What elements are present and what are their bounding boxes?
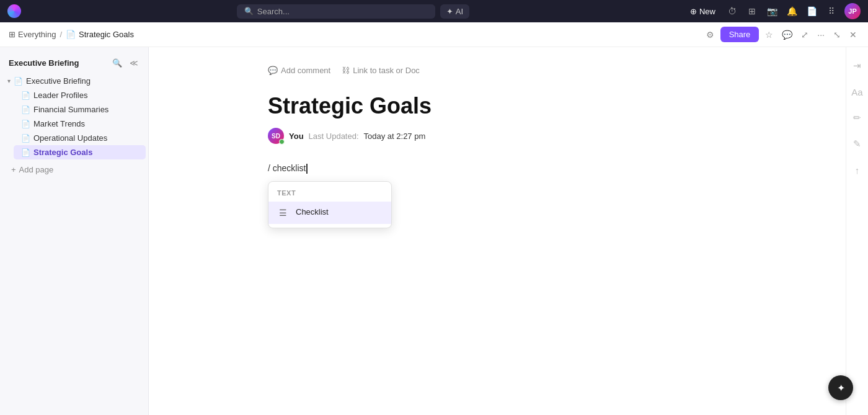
- close-icon-btn[interactable]: ✕: [847, 27, 859, 42]
- doc-icon: 📄: [14, 77, 23, 86]
- sidebar-title: Executive Briefing: [9, 58, 79, 68]
- docs-icon[interactable]: 📄: [805, 4, 818, 18]
- new-plus-icon: ⊕: [690, 7, 697, 16]
- breadcrumb-home-label: Everything: [18, 30, 56, 39]
- grid-small-icon: ⊞: [9, 30, 16, 39]
- sidebar-item-label: Strategic Goals: [33, 148, 92, 157]
- share-upload-btn[interactable]: ↑: [849, 161, 866, 179]
- author-name: You: [289, 132, 304, 141]
- online-badge: [279, 139, 285, 145]
- chat-icon-btn[interactable]: 💬: [779, 27, 795, 42]
- fab-button[interactable]: ✦: [828, 375, 853, 400]
- sidebar-tree-children: 📄 Leader Profiles 📄 Financial Summaries …: [0, 88, 148, 159]
- doc-icon: 📄: [21, 148, 30, 157]
- dropdown-section-label: TEXT: [268, 185, 391, 202]
- breadcrumb-home[interactable]: ⊞ Everything: [9, 30, 56, 39]
- sidebar-item-financial-summaries[interactable]: 📄 Financial Summaries: [14, 102, 146, 117]
- app-logo[interactable]: [7, 4, 21, 18]
- alarm-icon[interactable]: 🔔: [785, 4, 799, 18]
- sidebar-search-btn[interactable]: 🔍: [110, 57, 125, 69]
- text-format-btn[interactable]: Aa: [849, 83, 866, 100]
- breadcrumb-separator: /: [60, 30, 62, 39]
- sidebar-item-strategic-goals[interactable]: 📄 Strategic Goals: [14, 145, 146, 159]
- link-action[interactable]: ⛓ Link to task or Doc: [342, 66, 420, 75]
- doc-icon: 📄: [66, 30, 76, 39]
- doc-icon: 📄: [21, 105, 30, 114]
- sidebar-item-label: Operational Updates: [33, 133, 107, 143]
- search-bar[interactable]: 🔍 Search...: [237, 4, 435, 19]
- last-updated-label: Last Updated:: [309, 132, 359, 141]
- more-icon-btn[interactable]: ···: [815, 27, 827, 42]
- sidebar-item-label: Executive Briefing: [26, 76, 91, 86]
- plus-icon: +: [11, 165, 16, 174]
- clock-icon[interactable]: ⏱: [725, 4, 739, 18]
- add-page-button[interactable]: + Add page: [2, 162, 146, 177]
- content-inner: 💬 Add comment ⛓ Link to task or Doc Stra…: [231, 47, 764, 200]
- camera-icon[interactable]: 📷: [765, 4, 779, 18]
- new-button[interactable]: ⊕ New: [685, 4, 720, 19]
- editor-content[interactable]: / checklist TEXT ☰ Checklist: [268, 161, 727, 175]
- user-avatar[interactable]: JP: [844, 3, 861, 19]
- document-title: Strategic Goals: [268, 92, 727, 119]
- settings-icon-btn[interactable]: ⚙: [704, 27, 717, 42]
- share-button[interactable]: Share: [720, 27, 760, 42]
- edit-btn[interactable]: ✏: [849, 109, 866, 127]
- sidebar-item-label: Leader Profiles: [33, 91, 87, 100]
- topbar-icons: ⏱ ⊞ 📷 🔔 📄 ⠿ JP: [725, 3, 861, 19]
- slash-dropdown: TEXT ☰ Checklist: [268, 181, 392, 228]
- sidebar-item-label: Market Trends: [33, 119, 85, 128]
- new-label: New: [699, 7, 715, 16]
- ai-button[interactable]: ✦ AI: [440, 4, 469, 19]
- grid-icon[interactable]: ⊞: [745, 4, 759, 18]
- doc-icon: 📄: [21, 91, 30, 100]
- add-page-label: Add page: [19, 165, 54, 174]
- ai-sparkle-icon: ✦: [446, 7, 453, 16]
- edit2-btn[interactable]: ✎: [849, 135, 866, 153]
- fab-icon: ✦: [837, 382, 845, 394]
- search-placeholder: Search...: [257, 7, 290, 16]
- sidebar-tree: ▾ 📄 Executive Briefing 📄 Leader Profiles…: [0, 73, 148, 161]
- doc-icon: 📄: [21, 134, 30, 143]
- collapse-right-btn[interactable]: ⇥: [849, 57, 866, 74]
- breadcrumb-current-label: Strategic Goals: [79, 30, 134, 39]
- breadcrumb-actions: ⚙ Share ☆ 💬 ⤢ ··· ⤡ ✕: [704, 27, 859, 42]
- cursor: [306, 164, 308, 174]
- add-comment-label: Add comment: [281, 66, 330, 75]
- link-icon: ⛓: [342, 66, 350, 75]
- sidebar-item-leader-profiles[interactable]: 📄 Leader Profiles: [14, 88, 146, 102]
- breadcrumb-current[interactable]: 📄 Strategic Goals: [66, 30, 134, 39]
- link-label: Link to task or Doc: [353, 66, 420, 75]
- ai-label: AI: [456, 7, 463, 16]
- sidebar-item-executive-briefing-parent[interactable]: ▾ 📄 Executive Briefing: [2, 74, 146, 88]
- sidebar-item-label: Financial Summaries: [33, 105, 108, 114]
- sidebar-collapse-btn[interactable]: ≪: [127, 57, 141, 69]
- sidebar-item-operational-updates[interactable]: 📄 Operational Updates: [14, 131, 146, 145]
- last-updated-time: Today at 2:27 pm: [364, 132, 426, 141]
- sidebar: Executive Briefing 🔍 ≪ ▾ 📄 Executive Bri…: [0, 47, 149, 415]
- sidebar-header-icons: 🔍 ≪: [110, 57, 141, 69]
- expand-icon-btn[interactable]: ⤢: [799, 27, 811, 42]
- author-avatar: SD: [268, 128, 284, 144]
- right-tools-panel: ⇥ Aa ✏ ✎ ↑: [846, 47, 868, 415]
- author-initials: SD: [272, 133, 280, 140]
- author-row: SD You Last Updated: Today at 2:27 pm: [268, 128, 727, 144]
- content-area[interactable]: 💬 Add comment ⛓ Link to task or Doc Stra…: [149, 47, 846, 415]
- dropdown-checklist-item[interactable]: ☰ Checklist: [268, 202, 391, 224]
- main-layout: Executive Briefing 🔍 ≪ ▾ 📄 Executive Bri…: [0, 47, 868, 415]
- star-icon-btn[interactable]: ☆: [763, 27, 776, 42]
- sidebar-header: Executive Briefing 🔍 ≪: [0, 52, 148, 73]
- topbar: 🔍 Search... ✦ AI ⊕ New ⏱ ⊞ 📷 🔔 📄 ⠿ JP: [0, 0, 868, 22]
- sidebar-item-market-trends[interactable]: 📄 Market Trends: [14, 117, 146, 131]
- add-comment-action[interactable]: 💬 Add comment: [268, 66, 330, 75]
- doc-icon: 📄: [21, 120, 30, 128]
- breadcrumb-bar: ⊞ Everything / 📄 Strategic Goals ⚙ Share…: [0, 22, 868, 47]
- comment-icon: 💬: [268, 66, 278, 75]
- chevron-down-icon: ▾: [7, 78, 11, 84]
- fullscreen-icon-btn[interactable]: ⤡: [831, 27, 843, 42]
- checklist-label: Checklist: [296, 206, 329, 219]
- search-icon: 🔍: [244, 7, 254, 16]
- checklist-icon: ☰: [276, 206, 290, 220]
- slash-command-text: / checklist: [268, 163, 306, 173]
- action-bar: 💬 Add comment ⛓ Link to task or Doc: [268, 66, 727, 75]
- apps-icon[interactable]: ⠿: [825, 4, 838, 18]
